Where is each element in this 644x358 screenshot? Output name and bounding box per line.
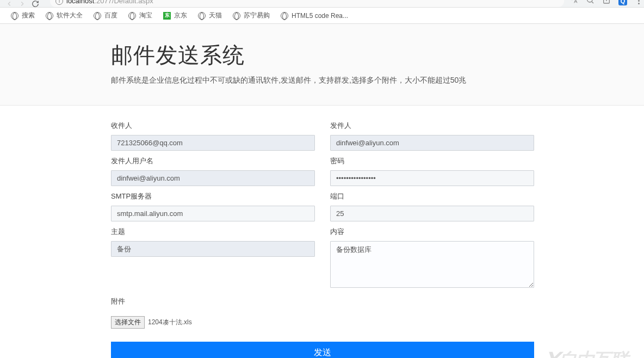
smtp-label: SMTP服务器 xyxy=(111,192,315,201)
url-bar[interactable]: i localhost:2077/Default.aspx xyxy=(50,0,564,7)
content-label: 内容 xyxy=(330,227,534,237)
site-info-icon[interactable]: i xyxy=(55,0,63,5)
content-textarea[interactable] xyxy=(330,241,534,288)
bookmark-label: 百度 xyxy=(104,11,117,20)
browser-toolbar: i localhost:2077/Default.aspx Q xyxy=(0,0,644,8)
bookmark-label: 软件大全 xyxy=(57,11,83,20)
subject-input[interactable] xyxy=(111,241,315,257)
globe-icon xyxy=(198,12,206,20)
reload-button[interactable] xyxy=(30,0,40,9)
translate-icon[interactable] xyxy=(569,0,578,6)
password-input[interactable] xyxy=(330,170,534,186)
back-button[interactable] xyxy=(4,0,14,9)
globe-icon xyxy=(46,12,53,20)
username-input[interactable] xyxy=(111,170,315,186)
attachment-filename: 1204凑十法.xls xyxy=(148,318,192,327)
subject-label: 主题 xyxy=(111,227,315,237)
page-title: 邮件发送系统 xyxy=(111,40,534,70)
bookmark-software[interactable]: 软件大全 xyxy=(41,11,87,20)
globe-icon xyxy=(233,12,240,20)
watermark-logo: X自由互联 xyxy=(545,347,628,358)
share-icon[interactable] xyxy=(602,0,611,6)
bookmarks-bar: 搜索 软件大全 百度 淘宝 东京东 天猫 苏宁易购 HTML5 code Rea… xyxy=(0,8,644,24)
bookmark-label: 天猫 xyxy=(209,11,222,20)
svg-line-1 xyxy=(592,2,593,3)
bookmark-search[interactable]: 搜索 xyxy=(7,11,39,20)
form-section: 收件人 发件人 发件人用户名 密码 SMTP服务器 xyxy=(0,106,644,358)
forward-button[interactable] xyxy=(17,0,27,9)
menu-icon[interactable] xyxy=(638,0,640,4)
hero-section: 邮件发送系统 邮件系统是企业信息化过程中不可或缺的通讯软件,发送邮件，支持群发,… xyxy=(0,24,644,106)
port-label: 端口 xyxy=(330,192,534,201)
globe-icon xyxy=(94,12,101,20)
choose-file-button[interactable]: 选择文件 xyxy=(111,316,145,329)
globe-icon xyxy=(11,12,18,20)
url-host: localhost xyxy=(66,0,94,5)
bookmark-html5[interactable]: HTML5 code Rea... xyxy=(276,12,352,20)
toolbar-right: Q xyxy=(569,0,640,6)
bookmark-taobao[interactable]: 淘宝 xyxy=(124,11,157,20)
sender-label: 发件人 xyxy=(330,121,534,131)
bookmark-label: 苏宁易购 xyxy=(244,11,270,20)
search-icon[interactable] xyxy=(586,0,595,6)
jd-icon: 东 xyxy=(163,12,171,20)
globe-icon xyxy=(128,12,136,20)
bookmark-tmall[interactable]: 天猫 xyxy=(194,11,226,20)
bookmark-suning[interactable]: 苏宁易购 xyxy=(228,11,274,20)
page-subtitle: 邮件系统是企业信息化过程中不可或缺的通讯软件,发送邮件，支持群发,选择多个附件，… xyxy=(111,76,534,85)
attachment-label: 附件 xyxy=(111,297,534,306)
send-button[interactable]: 发送 xyxy=(111,342,534,358)
recipient-input[interactable] xyxy=(111,135,315,151)
username-label: 发件人用户名 xyxy=(111,156,315,166)
globe-icon xyxy=(281,12,288,20)
bookmark-label: 搜索 xyxy=(22,11,35,20)
recipient-label: 收件人 xyxy=(111,121,315,131)
port-input[interactable] xyxy=(330,206,534,221)
password-label: 密码 xyxy=(330,156,534,166)
bookmark-baidu[interactable]: 百度 xyxy=(89,11,122,20)
sender-input[interactable] xyxy=(330,135,534,151)
bookmark-label: HTML5 code Rea... xyxy=(292,12,348,20)
bookmark-label: 京东 xyxy=(174,11,187,20)
bookmark-jd[interactable]: 东京东 xyxy=(159,11,191,20)
bookmark-label: 淘宝 xyxy=(139,11,152,20)
url-path: :2077/Default.aspx xyxy=(94,0,153,5)
smtp-input[interactable] xyxy=(111,206,315,221)
extension-icon[interactable]: Q xyxy=(618,0,627,5)
